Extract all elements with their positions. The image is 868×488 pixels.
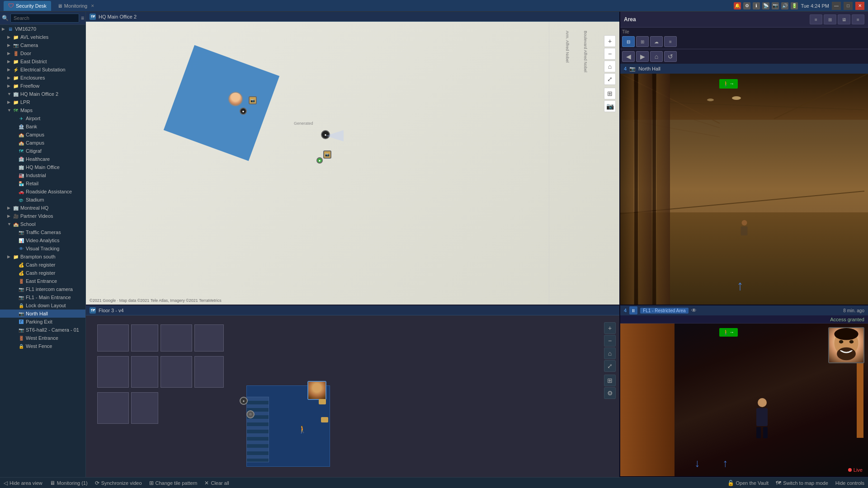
tree-item-fl1-intercom[interactable]: 📷 FL1 intercom camera [0, 285, 85, 293]
fullscreen-button[interactable]: ⤢ [604, 73, 616, 85]
tree-item-west-entrance[interactable]: 🚪 West Entrance [0, 334, 85, 342]
tree-item-brampton[interactable]: ▶ 📁 Brampton south [0, 253, 85, 261]
security-desk-tab[interactable]: 🛡 Security Desk [4, 1, 51, 11]
zoom-out-button[interactable]: − [604, 48, 616, 60]
camera-sys-icon[interactable]: 📷 [772, 2, 779, 9]
person-marker-1[interactable] [228, 92, 243, 106]
cam-marker-2[interactable]: ● [240, 108, 247, 115]
top-map-area[interactable]: Boulevard Alfred Nobel Arm. Alfred Nobel… [86, 22, 619, 305]
sync-video-btn[interactable]: ⟳ Synchronize video [95, 480, 142, 486]
tree-item-visual-tracking[interactable]: 👁 Visual Tracking [0, 244, 85, 253]
audio-icon[interactable]: 🔊 [781, 2, 788, 9]
tree-item-montreal[interactable]: ▶ 🏢 Montreal HQ [0, 204, 85, 212]
filter-icon[interactable]: ≡ [81, 15, 84, 21]
change-tile-btn[interactable]: ⊞ Change tile pattern [149, 480, 198, 486]
tree-item-lpr[interactable]: ▶ 📁 LPR [0, 98, 85, 106]
floor-settings[interactable]: ⚙ [604, 387, 616, 399]
tree-item-east-district[interactable]: ▶ 📁 East District [0, 57, 85, 66]
pause-button[interactable]: ⏸ [629, 306, 637, 314]
info-icon[interactable]: ℹ [753, 2, 760, 9]
tile-view-btn[interactable]: ⊞ [824, 14, 836, 24]
open-vault-btn[interactable]: 🔓 Open the Vault [727, 480, 769, 486]
tree-item-hq-main[interactable]: 🏢 HQ Main Office [0, 163, 85, 171]
cam-marker-green[interactable]: ● [316, 157, 323, 164]
tree-item-door[interactable]: ▶ 🚪 Door [0, 49, 85, 57]
tree-item-west-fence[interactable]: 🔒 West Fence [0, 342, 85, 350]
home-nav-btn[interactable]: ⌂ [650, 51, 663, 62]
tree-item-cash2[interactable]: 💰 Cash register [0, 269, 85, 277]
tree-item-stadium[interactable]: 🏟 Stadium [0, 196, 85, 204]
tree-item-electrical[interactable]: ▶ ⚡ Electrical Substation [0, 66, 85, 74]
next-btn[interactable]: ▶ [636, 51, 649, 62]
tree-item-hq-main-2[interactable]: ▼ 🏢 HQ Main Office 2 [0, 90, 85, 98]
layer-button[interactable]: ⊞ [604, 88, 616, 99]
tree-item-campus2[interactable]: 🏫 Campus [0, 139, 85, 147]
floor-fullscreen[interactable]: ⤢ [604, 360, 616, 372]
floor-marker-2[interactable] [321, 417, 328, 422]
floor-layer[interactable]: ⊞ [604, 375, 616, 386]
tree-item-bank[interactable]: 🏦 Bank [0, 122, 85, 131]
tree-item-industrial[interactable]: 🏭 Industrial [0, 171, 85, 179]
alert-icon[interactable]: 🔔 [734, 2, 741, 9]
hide-controls-btn[interactable]: Hide controls [835, 480, 864, 486]
tree-item-citigraf[interactable]: 🗺 Citigraf [0, 147, 85, 155]
maximize-button[interactable]: □ [844, 2, 853, 10]
tree-item-east-entrance[interactable]: 🚪 East Entrance [0, 277, 85, 285]
tree-item-vm16270[interactable]: ▶ 🖥 VM16270 [0, 25, 85, 33]
tree-item-st6[interactable]: 📷 ST6-hall2 - Camera - 01 [0, 326, 85, 334]
close-button[interactable]: ✕ [855, 2, 864, 10]
zoom-in-button[interactable]: + [604, 35, 616, 47]
refresh-btn[interactable]: ↺ [664, 51, 677, 62]
tree-item-healthcare[interactable]: 🏥 Healthcare [0, 155, 85, 163]
tile-btn-4[interactable]: ≡ [664, 36, 677, 47]
tree-item-partner[interactable]: ▶ 🎥 Partner Videos [0, 212, 85, 220]
tree-item-fl1-main[interactable]: 📷 FL1 - Main Entrance [0, 293, 85, 301]
monitor-view-btn[interactable]: 🖥 [838, 14, 850, 24]
hide-area-btn[interactable]: ◁ Hide area view [4, 480, 42, 486]
floor-person-marker[interactable] [307, 381, 326, 400]
tree-item-school[interactable]: ▼ 🏫 School [0, 220, 85, 228]
tree-item-parking[interactable]: 🅿 Parking Exit [0, 318, 85, 326]
tree-item-airport[interactable]: ✈ Airport [0, 114, 85, 122]
tile-btn-1[interactable]: ⊟ [622, 36, 635, 47]
tree-item-retail[interactable]: 🏪 Retail [0, 179, 85, 188]
search-input[interactable] [10, 14, 79, 23]
tree-item-enclosures[interactable]: ▶ 📁 Enclosures [0, 74, 85, 82]
minimize-button[interactable]: — [832, 2, 841, 10]
clear-all-btn[interactable]: ✕ Clear all [204, 480, 229, 486]
grid-view-btn[interactable]: ≡ [810, 14, 822, 24]
close-tab-icon[interactable]: ✕ [91, 4, 94, 8]
cam-marker-4[interactable]: 📷 [323, 150, 331, 159]
tree-item-freeflow[interactable]: ▶ 📁 Freeflow [0, 82, 85, 90]
list-view-btn[interactable]: ≡ [852, 14, 864, 24]
tile-btn-3[interactable]: ☁ [650, 36, 663, 47]
battery-icon[interactable]: 🔋 [791, 2, 798, 9]
floor-map[interactable]: ● 🚶 ⊙ [86, 315, 619, 477]
floor-marker-1[interactable] [319, 399, 326, 404]
network-icon[interactable]: 📡 [762, 2, 769, 9]
floor-cam-1[interactable]: ● [240, 397, 248, 405]
prev-btn[interactable]: ◀ [622, 51, 635, 62]
tile-btn-2[interactable]: ⊞ [636, 36, 649, 47]
home-button[interactable]: ⌂ [604, 61, 616, 72]
tree-item-traffic-cameras[interactable]: 📷 Traffic Cameras [0, 228, 85, 236]
tree-item-lockdown[interactable]: 🔒 Lock down Layout [0, 301, 85, 310]
floor-cam-2[interactable]: ⊙ [246, 410, 255, 418]
tree-item-cash1[interactable]: 💰 Cash register [0, 261, 85, 269]
tree-item-maps[interactable]: ▼ 🗺 Maps [0, 106, 85, 114]
tree-item-video-analytics[interactable]: 📊 Video Analytics [0, 236, 85, 244]
tree-item-camera[interactable]: ▶ 📷 Camera [0, 41, 85, 49]
floor-home[interactable]: ⌂ [604, 347, 616, 359]
tree-item-roadside[interactable]: 🚗 Roadside Assistance [0, 188, 85, 196]
tree-item-campus1[interactable]: 🏫 Campus [0, 131, 85, 139]
switch-map-btn[interactable]: 🗺 Switch to map mode [776, 480, 828, 486]
settings-icon[interactable]: ⚙ [743, 2, 750, 9]
monitoring-tab[interactable]: 🖥 Monitoring ✕ [53, 1, 99, 11]
floor-zoom-out[interactable]: − [604, 335, 616, 347]
cam-marker-1[interactable]: 📷 [249, 96, 257, 104]
cam-marker-3[interactable]: ● [321, 130, 330, 139]
tree-item-north-hall[interactable]: 📷 North Hall [0, 310, 85, 318]
monitoring-btn[interactable]: 🖥 Monitoring (1) [50, 480, 88, 486]
camera-view-button[interactable]: 📷 [604, 100, 616, 112]
floor-zoom-in[interactable]: + [604, 322, 616, 334]
